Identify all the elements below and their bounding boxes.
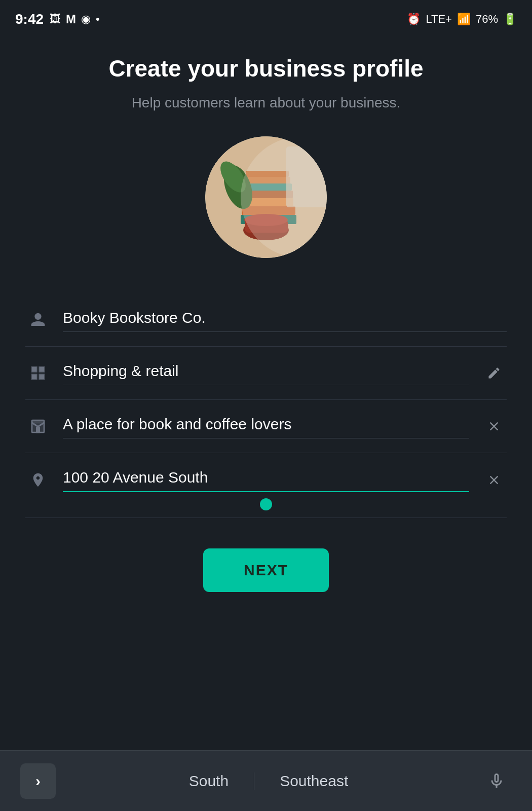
chevron-right-icon: › xyxy=(35,772,41,790)
suggestion-south[interactable]: South xyxy=(164,772,254,790)
svg-rect-21 xyxy=(36,427,40,433)
svg-rect-19 xyxy=(31,421,45,424)
keyboard-nav-button[interactable]: › xyxy=(20,763,56,799)
keyboard-suggestions: South Southeast xyxy=(56,772,481,790)
category-underline xyxy=(63,385,469,385)
business-name-underline xyxy=(63,331,507,332)
category-row: Shopping & retail xyxy=(25,347,507,400)
next-button-container: NEXT xyxy=(25,548,507,592)
category-content: Shopping & retail xyxy=(63,361,469,385)
location-icon xyxy=(25,472,51,488)
main-content: Create your business profile Help custom… xyxy=(0,34,532,592)
status-bar: 9:42 🖼 M ◉ • ⏰ LTE+ 📶 76% 🔋 xyxy=(0,0,532,34)
page-subtitle: Help customers learn about your business… xyxy=(132,95,401,111)
cursor-dot xyxy=(260,498,272,510)
signal-icon: 📶 xyxy=(457,13,471,26)
dot-icon: • xyxy=(96,13,100,26)
address-value[interactable]: 100 20 Avenue South xyxy=(63,467,469,487)
category-icon xyxy=(25,365,51,381)
category-value[interactable]: Shopping & retail xyxy=(63,361,469,381)
address-content: 100 20 Avenue South xyxy=(63,467,469,492)
description-value[interactable]: A place for book and coffee lovers xyxy=(63,414,469,434)
keyboard-bar: › South Southeast xyxy=(0,750,532,811)
page-title: Create your business profile xyxy=(108,55,423,83)
status-icons: 🖼 M ◉ • xyxy=(50,12,100,26)
next-button[interactable]: NEXT xyxy=(203,548,329,592)
battery-icon: 🔋 xyxy=(503,13,517,26)
lte-indicator: LTE+ xyxy=(426,13,452,26)
instagram-icon: ◉ xyxy=(81,13,91,26)
description-row: A place for book and coffee lovers xyxy=(25,400,507,453)
avatar-image xyxy=(205,136,327,258)
address-row: 100 20 Avenue South xyxy=(25,453,507,518)
form-fields: Booky Bookstore Co. Shopping & retail xyxy=(25,293,507,518)
person-icon xyxy=(25,312,51,328)
avatar[interactable] xyxy=(205,136,327,258)
status-right: ⏰ LTE+ 📶 76% 🔋 xyxy=(407,13,517,26)
clear-description-button[interactable] xyxy=(481,419,507,433)
clear-address-button[interactable] xyxy=(481,473,507,487)
photo-icon: 🖼 xyxy=(50,13,61,26)
address-underline xyxy=(63,491,469,492)
store-icon xyxy=(25,418,51,434)
status-left: 9:42 🖼 M ◉ • xyxy=(15,11,100,27)
alarm-icon: ⏰ xyxy=(407,13,421,26)
business-name-row: Booky Bookstore Co. xyxy=(25,293,507,347)
keyboard-mic-button[interactable] xyxy=(481,766,512,796)
business-name-value[interactable]: Booky Bookstore Co. xyxy=(63,308,507,327)
edit-category-button[interactable] xyxy=(481,366,507,380)
description-content: A place for book and coffee lovers xyxy=(63,414,469,438)
suggestion-southeast[interactable]: Southeast xyxy=(254,772,373,790)
battery-text: 76% xyxy=(476,13,498,26)
status-time: 9:42 xyxy=(15,11,44,27)
business-name-content: Booky Bookstore Co. xyxy=(63,308,507,332)
mail-icon: M xyxy=(66,12,76,26)
description-underline xyxy=(63,438,469,438)
